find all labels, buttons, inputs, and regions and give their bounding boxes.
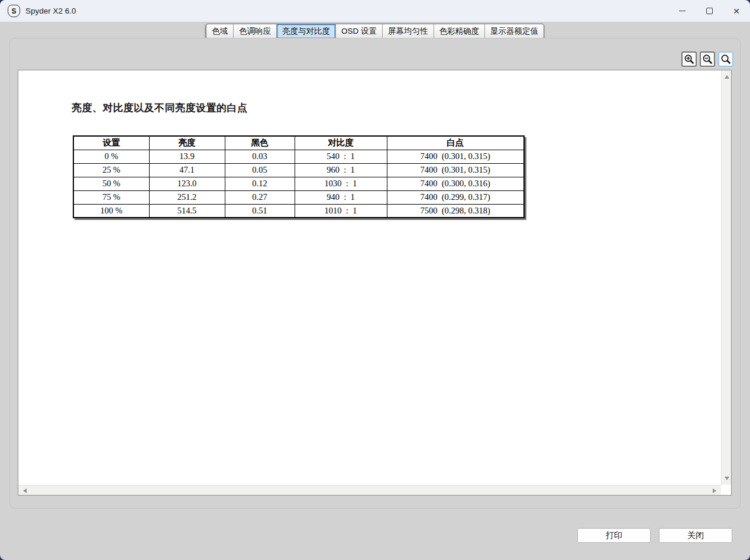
zoom-in-button[interactable] (681, 51, 697, 67)
table-cell: 50 % (73, 177, 149, 190)
table-cell: 13.9 (149, 150, 225, 163)
vertical-scrollbar[interactable] (721, 70, 731, 485)
col-header-black: 黑色 (225, 136, 295, 150)
zoom-toolbar (681, 51, 733, 67)
report-title: 亮度、对比度以及不同亮度设置的白点 (72, 101, 248, 115)
close-report-button[interactable]: 关闭 (659, 528, 732, 543)
magnifier-minus-icon (702, 54, 713, 65)
window-title: Spyder X2 6.0 (25, 7, 76, 15)
maximize-button[interactable] (696, 0, 723, 22)
table-cell: 7400 (0.300, 0.316) (387, 177, 524, 190)
table-row: 75 %251.20.27940 : 17400 (0.299, 0.317) (73, 190, 524, 204)
brightness-contrast-table: 设置 亮度 黑色 对比度 白点 0 %13.90.03540 : 17400 (… (73, 135, 525, 218)
close-button[interactable]: ✕ (723, 0, 750, 22)
horizontal-scrollbar[interactable] (18, 485, 721, 495)
table-header-row: 设置 亮度 黑色 对比度 白点 (73, 136, 524, 150)
report-table-body: 0 %13.90.03540 : 17400 (0.301, 0.315)25 … (73, 150, 524, 218)
app-window: S Spyder X2 6.0 ✕ 色域 色调响应 亮度与对比度 OSD 设置 … (0, 0, 750, 560)
table-cell: 0.51 (225, 204, 295, 218)
col-header-setting: 设置 (73, 136, 149, 150)
close-icon: ✕ (733, 7, 740, 15)
minimize-icon (679, 11, 686, 12)
table-row: 100 %514.50.511010 : 17500 (0.298, 0.318… (73, 204, 524, 218)
table-cell: 1030 : 1 (295, 177, 387, 190)
print-button[interactable]: 打印 (577, 528, 651, 543)
table-cell: 7400 (0.301, 0.315) (387, 163, 524, 177)
table-cell: 514.5 (149, 204, 225, 218)
col-header-contrast: 对比度 (295, 136, 387, 150)
scroll-down-icon[interactable] (725, 477, 729, 480)
titlebar: S Spyder X2 6.0 ✕ (0, 0, 750, 22)
table-cell: 960 : 1 (295, 163, 387, 177)
table-cell: 940 : 1 (295, 190, 387, 204)
minimize-button[interactable] (668, 0, 696, 22)
scroll-left-icon[interactable] (23, 488, 27, 493)
scroll-right-icon[interactable] (713, 488, 716, 493)
table-cell: 540 : 1 (295, 150, 387, 163)
table-cell: 47.1 (149, 163, 225, 177)
spyder-logo-icon: S (8, 5, 20, 17)
report-viewport: 亮度、对比度以及不同亮度设置的白点 设置 亮度 黑色 对比度 白点 0 %13.… (18, 70, 732, 496)
tab-screen-uniformity[interactable]: 屏幕均匀性 (383, 24, 434, 38)
table-cell: 0 % (73, 150, 149, 163)
magnifier-plus-icon (684, 54, 695, 65)
table-cell: 7500 (0.298, 0.318) (387, 204, 524, 218)
tab-tone-response[interactable]: 色调响应 (234, 24, 277, 38)
table-cell: 251.2 (149, 190, 225, 204)
table-row: 0 %13.90.03540 : 17400 (0.301, 0.315) (73, 150, 524, 163)
tab-brightness-contrast[interactable]: 亮度与对比度 (277, 24, 336, 38)
table-cell: 123.0 (149, 177, 225, 190)
window-controls: ✕ (668, 0, 750, 22)
table-cell: 7400 (0.301, 0.315) (387, 150, 524, 163)
maximize-icon (706, 8, 713, 14)
table-cell: 0.27 (225, 190, 295, 204)
table-cell: 0.12 (225, 177, 295, 190)
tab-color-accuracy[interactable]: 色彩精确度 (434, 24, 486, 38)
table-cell: 75 % (73, 190, 149, 204)
col-header-brightness: 亮度 (149, 136, 225, 150)
tab-gamut[interactable]: 色域 (206, 24, 234, 38)
zoom-out-button[interactable] (700, 51, 715, 67)
scrollbar-corner (721, 485, 731, 495)
tab-monitor-ratings[interactable]: 显示器额定值 (485, 24, 544, 38)
table-cell: 7400 (0.299, 0.317) (387, 190, 524, 204)
magnifier-icon (720, 54, 732, 65)
table-cell: 100 % (73, 204, 149, 218)
table-cell: 25 % (73, 163, 149, 177)
col-header-whitepoint: 白点 (387, 136, 524, 150)
table-cell: 0.05 (225, 163, 295, 177)
table-cell: 0.03 (225, 150, 295, 163)
report-tabstrip: 色域 色调响应 亮度与对比度 OSD 设置 屏幕均匀性 色彩精确度 显示器额定值 (206, 24, 544, 39)
scroll-up-icon[interactable] (725, 75, 729, 79)
tab-osd-settings[interactable]: OSD 设置 (336, 24, 383, 38)
table-row: 25 %47.10.05960 : 17400 (0.301, 0.315) (73, 163, 524, 177)
table-cell: 1010 : 1 (295, 204, 387, 218)
zoom-reset-button[interactable] (718, 51, 733, 67)
table-row: 50 %123.00.121030 : 17400 (0.300, 0.316) (73, 177, 524, 190)
